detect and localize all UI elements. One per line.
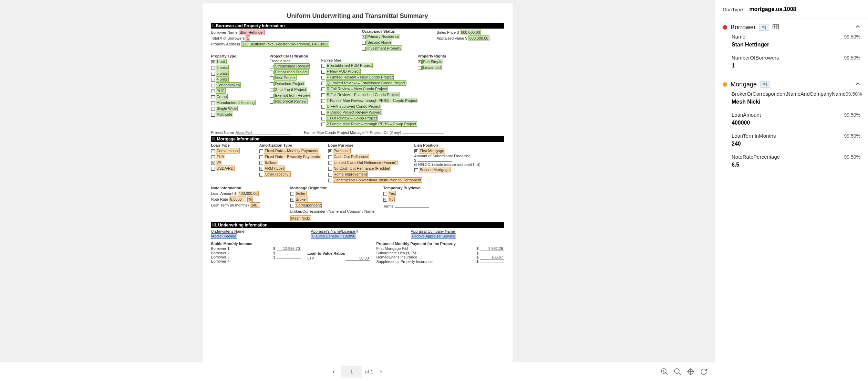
option-label: 3 units <box>216 71 229 76</box>
field-row[interactable]: NumberOfBorrowers99.50%1 <box>723 52 860 73</box>
option-label: 4 units <box>216 76 229 82</box>
chevron-up-icon[interactable] <box>855 81 860 88</box>
page-number-input[interactable] <box>341 366 362 378</box>
field-value: Mesh Nicki <box>732 99 860 105</box>
field-name: LoanTermInMonths <box>732 133 776 139</box>
checkbox <box>211 101 215 105</box>
rotate-icon[interactable] <box>700 368 708 376</box>
svg-line-1 <box>665 373 668 375</box>
field-row[interactable]: LoanTermInMonths99.50%240 <box>723 130 860 151</box>
checkbox <box>328 161 332 165</box>
svg-line-5 <box>679 373 681 375</box>
prev-page-button[interactable]: ‹ <box>329 367 339 377</box>
option-label: Correspondent <box>295 202 322 208</box>
option-label: Leasehold <box>422 65 442 70</box>
field-row[interactable]: NoteRatePercentage99.50%6.5 <box>723 151 860 172</box>
option-label: Balloon <box>264 160 279 165</box>
option-label: R Full Review – New Condo Project <box>326 86 388 92</box>
zoom-in-icon[interactable] <box>660 368 669 376</box>
appraised-value: 800,000.00 <box>468 35 489 41</box>
zoom-out-icon[interactable] <box>673 368 682 376</box>
purpose-label: Loan Purpose <box>328 143 407 147</box>
option-label: Streamlined Review <box>274 63 310 69</box>
option-label: Fixed-Rate—Biweekly Payments <box>264 154 321 159</box>
entity-color-dot <box>723 25 727 30</box>
checkbox <box>321 64 325 68</box>
checkbox <box>328 149 332 153</box>
field-value: Stan Hettinger <box>732 42 860 48</box>
field-confidence: 99.50% <box>844 133 860 139</box>
option-label: Single Wide <box>216 106 238 111</box>
checkbox <box>321 105 325 109</box>
field-row[interactable]: BrokerOrCorrespondentNameAndCompanyName9… <box>723 88 860 109</box>
page-controls: ‹ of 1 › <box>329 366 386 378</box>
option-label: Primary Residence <box>366 34 401 39</box>
entity-header[interactable]: Borrower#1 <box>723 24 860 31</box>
entity-name: Borrower <box>731 24 756 31</box>
option-label: Multiwide <box>216 112 234 117</box>
field-value: 6.5 <box>732 162 860 168</box>
checkbox <box>211 72 215 76</box>
broker-name-label: Broker/Correspondent Name and Company Na… <box>290 209 376 213</box>
option-label: 2 units <box>216 65 229 70</box>
checkbox <box>362 35 366 39</box>
entity-group: Mortgage#1BrokerOrCorrespondentNameAndCo… <box>715 76 868 175</box>
entity-header[interactable]: Mortgage#1 <box>723 81 860 88</box>
table-icon[interactable] <box>773 24 779 31</box>
option-label: VA <box>216 160 223 165</box>
option-label: T Fannie Mae Review through PERS – Condo… <box>326 98 418 103</box>
note-rate-value: 6.5000 <box>229 197 246 202</box>
option-label: Seller <box>295 191 307 196</box>
option-label: Fee Simple <box>422 59 444 64</box>
doctype-label: DocType: <box>723 7 744 12</box>
option-label: Q Limited Review – Established Condo Pro… <box>326 80 406 86</box>
total-borrowers-label: Total # of Borrowers <box>211 36 245 40</box>
appraiser-value: Claudia Denesik / 102896 <box>311 233 356 239</box>
option-label: Condominium <box>216 82 241 88</box>
field-name: NumberOfBorrowers <box>732 55 779 61</box>
checkbox <box>321 99 325 103</box>
checkbox <box>211 78 215 82</box>
checkbox <box>259 173 263 177</box>
property-type-label: Property Type <box>211 54 263 58</box>
page-title: Uniform Underwriting and Transmittal Sum… <box>211 12 504 20</box>
uw-label: Underwriter's Name <box>211 229 304 233</box>
field-name: LoanAmount <box>732 112 761 118</box>
field-confidence: 99.50% <box>844 55 860 61</box>
checkbox <box>270 88 273 92</box>
checkbox <box>328 179 332 182</box>
extraction-panel[interactable]: DocType: mortgage.us.1008 Borrower#1Name… <box>715 0 868 381</box>
checkbox <box>328 167 332 171</box>
occupancy-label: Occupancy Status <box>362 29 426 33</box>
option-label: P Limited Review – New Condo Project <box>326 74 394 80</box>
field-value: 400000 <box>732 120 860 126</box>
option-label: PUD <box>216 88 226 94</box>
page-of-label: of 1 <box>365 369 373 374</box>
appraiser-label: Appraiser's Name/License # <box>311 229 404 233</box>
entity-color-dot <box>723 82 727 87</box>
pan-icon[interactable] <box>686 368 695 376</box>
option-label: Fixed-Rate—Monthly Payments <box>264 148 319 154</box>
checkbox <box>321 123 325 126</box>
uw-name: Abdiel Keeling <box>211 233 237 239</box>
option-label: Reciprocal Review <box>274 98 308 104</box>
checkbox <box>321 82 325 85</box>
option-label: Detached Project <box>274 81 305 86</box>
field-row[interactable]: LoanAmount99.50%400000 <box>723 109 860 130</box>
option-label: F New PUD Project <box>326 68 361 74</box>
option-label: ARM (type) <box>264 166 285 171</box>
option-label: FHA <box>216 154 225 159</box>
field-row[interactable]: Name99.50%Stan Hettinger <box>723 31 860 52</box>
checkbox <box>270 82 273 86</box>
document-scroll[interactable]: Uniform Underwriting and Transmittal Sum… <box>0 0 715 362</box>
heloc-note: (If HELOC, include balance and credit li… <box>414 163 504 167</box>
chevron-up-icon[interactable] <box>855 24 860 31</box>
checkbox <box>362 47 366 51</box>
sales-price-label: Sales Price $ <box>437 30 459 34</box>
project-class-label: Project Classification <box>270 54 314 58</box>
second-mortgage: Second Mortgage <box>419 167 451 172</box>
checkbox <box>418 66 422 70</box>
checkbox <box>321 93 325 97</box>
field-confidence: 99.50% <box>844 154 860 160</box>
next-page-button[interactable]: › <box>376 367 386 377</box>
